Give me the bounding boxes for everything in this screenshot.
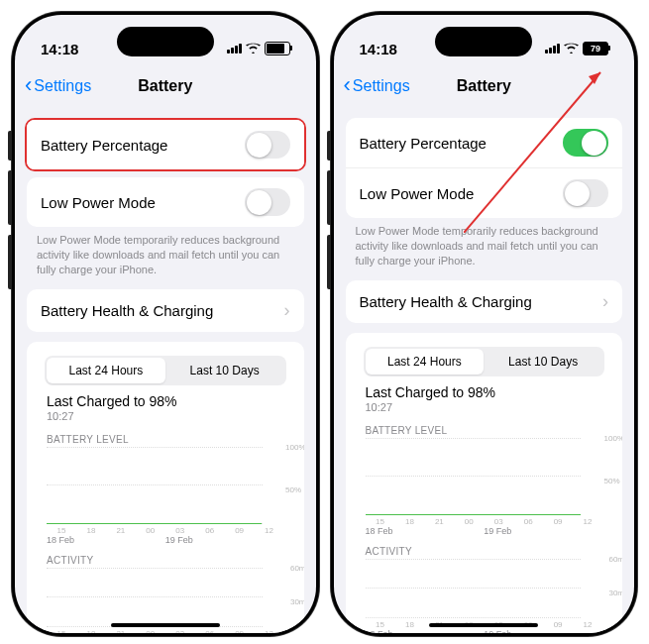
page-title: Battery: [457, 77, 511, 95]
last-charged: Last Charged to 98%10:27: [27, 391, 304, 424]
screen: 14:18 79 ‹Settings Battery Battery Perce…: [334, 15, 635, 633]
row-battery-health[interactable]: Battery Health & Charging ›: [27, 289, 304, 332]
last-charged: Last Charged to 98%10:27: [346, 382, 623, 415]
row-battery-percentage[interactable]: Battery Percentage: [346, 118, 623, 167]
chevron-left-icon: ‹: [25, 72, 32, 98]
toggle-low-power-mode[interactable]: [245, 188, 290, 216]
chart-activity: [366, 559, 582, 618]
label-battery-level: BATTERY LEVEL: [366, 425, 448, 436]
seg-24h[interactable]: Last 24 Hours: [366, 349, 485, 375]
toggle-battery-percentage[interactable]: [563, 129, 608, 157]
screen: 14:18 ‹Settings Battery Battery Percenta…: [15, 15, 316, 633]
label-battery-level: BATTERY LEVEL: [47, 434, 129, 445]
row-battery-percentage[interactable]: Battery Percentage: [27, 120, 304, 169]
row-low-power-mode[interactable]: Low Power Mode: [346, 167, 623, 218]
status-right: 79: [545, 41, 608, 56]
highlight-box: Battery Percentage: [25, 118, 306, 171]
low-power-hint: Low Power Mode temporarily reduces backg…: [15, 227, 316, 279]
low-power-hint: Low Power Mode temporarily reduces backg…: [334, 218, 635, 270]
chevron-right-icon: ›: [602, 291, 608, 312]
cellular-icon: [545, 44, 560, 54]
segmented-control[interactable]: Last 24 Hours Last 10 Days: [45, 356, 286, 385]
chevron-left-icon: ‹: [344, 72, 351, 98]
home-indicator[interactable]: [111, 623, 220, 627]
back-button[interactable]: ‹Settings: [344, 74, 410, 98]
dynamic-island: [435, 27, 532, 56]
nav-bar: ‹Settings Battery: [15, 68, 316, 108]
page-title: Battery: [138, 77, 192, 95]
wifi-icon: [246, 41, 261, 56]
chart-battery-level: [47, 447, 263, 524]
seg-10d[interactable]: Last 10 Days: [165, 358, 284, 383]
battery-icon: [265, 42, 290, 55]
status-time: 14:18: [41, 41, 78, 57]
battery-icon: 79: [583, 42, 608, 55]
wifi-icon: [564, 41, 579, 56]
label-activity: ACTIVITY: [47, 555, 93, 566]
row-low-power-mode[interactable]: Low Power Mode: [27, 177, 304, 227]
phone-right: 14:18 79 ‹Settings Battery Battery Perce…: [331, 12, 638, 636]
status-right: [227, 41, 290, 56]
home-indicator[interactable]: [429, 623, 538, 627]
back-button[interactable]: ‹Settings: [25, 74, 91, 98]
dynamic-island: [117, 27, 214, 56]
seg-10d[interactable]: Last 10 Days: [484, 349, 602, 375]
chart-battery-level: [366, 438, 582, 515]
cellular-icon: [227, 44, 242, 54]
chevron-right-icon: ›: [284, 300, 290, 321]
toggle-low-power-mode[interactable]: [563, 179, 608, 207]
segmented-control[interactable]: Last 24 Hours Last 10 Days: [364, 347, 605, 376]
toggle-battery-percentage[interactable]: [245, 131, 290, 159]
phone-left: 14:18 ‹Settings Battery Battery Percenta…: [12, 12, 319, 636]
seg-24h[interactable]: Last 24 Hours: [47, 358, 165, 383]
label-activity: ACTIVITY: [366, 546, 412, 557]
chart-activity: [47, 568, 263, 627]
nav-bar: ‹Settings Battery: [334, 68, 635, 108]
row-battery-health[interactable]: Battery Health & Charging ›: [346, 280, 623, 323]
status-time: 14:18: [360, 41, 397, 57]
